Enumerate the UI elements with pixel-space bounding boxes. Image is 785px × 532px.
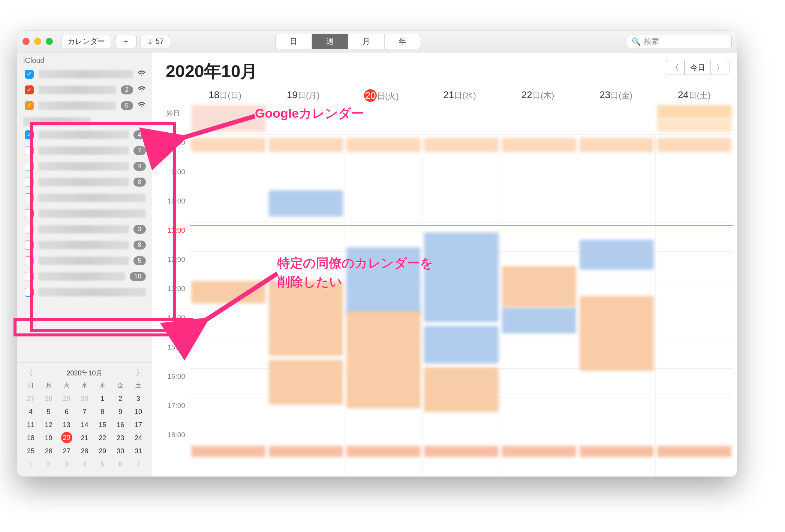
minical-day[interactable]: 14 (76, 419, 94, 431)
calendar-row[interactable] (17, 190, 152, 206)
event-block[interactable] (424, 232, 498, 322)
close-icon[interactable] (22, 38, 30, 45)
day-header[interactable]: 22日(木) (499, 89, 577, 102)
day-header[interactable]: 19日(月) (264, 89, 343, 102)
minical-day[interactable]: 8 (93, 406, 111, 418)
minical-day[interactable]: 6 (58, 406, 76, 418)
calendar-checkbox[interactable] (25, 178, 34, 187)
event-block[interactable] (346, 311, 421, 408)
minical-day[interactable]: 7 (129, 458, 147, 471)
day-header[interactable]: 24日(土) (655, 89, 733, 102)
event-block[interactable] (580, 240, 654, 270)
minical-day[interactable]: 3 (129, 393, 147, 405)
event-block[interactable] (580, 138, 654, 152)
calendar-row[interactable] (17, 206, 152, 221)
minical-day[interactable]: 26 (40, 445, 58, 457)
minical-day[interactable]: 9 (111, 406, 129, 418)
calendar-checkbox[interactable] (25, 85, 34, 94)
calendar-row[interactable]: 4 (17, 158, 152, 174)
event-block[interactable] (424, 446, 498, 457)
event-block[interactable] (346, 138, 421, 152)
schedule-grid[interactable] (190, 105, 733, 477)
minimize-icon[interactable] (34, 38, 41, 45)
minical-day[interactable]: 17 (129, 419, 147, 431)
calendar-row[interactable]: 3 (17, 221, 152, 237)
calendar-row[interactable] (17, 284, 152, 300)
calendar-checkbox[interactable] (25, 241, 34, 250)
day-header[interactable]: 21日(水) (421, 89, 499, 102)
calendar-row[interactable]: 7 (17, 143, 152, 158)
calendar-checkbox[interactable] (25, 193, 34, 202)
event-block[interactable] (269, 281, 343, 356)
event-block[interactable] (191, 105, 266, 132)
minical-day[interactable]: 7 (76, 406, 94, 418)
minical-day[interactable]: 15 (93, 419, 111, 431)
calendar-row[interactable]: 10 (17, 269, 152, 284)
minical-prev-button[interactable]: 〈 (25, 368, 33, 378)
event-block[interactable] (657, 118, 732, 132)
inbox-button[interactable]: ⤓ 57 (141, 35, 170, 48)
minical-day[interactable]: 27 (58, 445, 76, 457)
event-block[interactable] (191, 281, 265, 303)
day-header[interactable]: 23日(金) (577, 89, 655, 102)
calendar-checkbox[interactable] (25, 101, 34, 110)
calendar-row[interactable]: 4 (17, 127, 152, 143)
minical-day[interactable]: 13 (58, 419, 76, 431)
event-block[interactable] (191, 446, 265, 457)
minical-day[interactable]: 23 (111, 432, 129, 444)
event-block[interactable] (191, 138, 265, 152)
view-week-button[interactable]: 週 (312, 34, 348, 49)
calendar-row[interactable]: 5 (17, 98, 152, 114)
minical-day[interactable]: 30 (76, 393, 94, 405)
minical-day[interactable]: 16 (111, 419, 129, 431)
minical-day[interactable]: 29 (58, 393, 76, 405)
minical-day[interactable]: 10 (129, 406, 147, 418)
event-block[interactable] (346, 247, 421, 315)
add-event-button[interactable]: ＋ (115, 35, 137, 48)
calendar-checkbox[interactable] (25, 162, 34, 171)
minical-day[interactable]: 24 (129, 432, 147, 444)
zoom-icon[interactable] (46, 38, 53, 45)
minical-day[interactable]: 30 (111, 445, 129, 457)
event-block[interactable] (346, 446, 421, 457)
event-block[interactable] (269, 360, 343, 405)
minical-day[interactable]: 2 (40, 458, 58, 471)
search-input[interactable]: 🔍 検索 (627, 35, 732, 48)
calendar-row[interactable]: 8 (17, 237, 152, 253)
calendar-checkbox[interactable] (25, 272, 34, 281)
minical-day[interactable]: 4 (22, 406, 40, 418)
minical-day[interactable]: 2 (111, 393, 129, 405)
day-header[interactable]: 20日(火) (342, 89, 421, 102)
event-block[interactable] (502, 138, 576, 152)
event-block[interactable] (502, 307, 576, 333)
event-block[interactable] (580, 296, 654, 371)
event-block[interactable] (269, 138, 343, 152)
minical-day[interactable]: 28 (40, 393, 58, 405)
minical-day[interactable]: 12 (40, 419, 58, 431)
event-block[interactable] (657, 446, 731, 457)
minical-day[interactable]: 5 (40, 406, 58, 418)
event-block[interactable] (657, 105, 732, 118)
event-block[interactable] (424, 326, 498, 363)
minical-day[interactable]: 28 (76, 445, 94, 457)
event-block[interactable] (269, 190, 343, 217)
calendar-checkbox[interactable] (25, 256, 34, 265)
minical-day[interactable]: 4 (76, 458, 94, 471)
calendar-row[interactable]: 2 (17, 82, 152, 98)
calendar-checkbox[interactable] (25, 146, 34, 155)
calendar-checkbox[interactable] (25, 225, 34, 234)
event-block[interactable] (269, 446, 343, 457)
event-block[interactable] (657, 138, 731, 152)
event-block[interactable] (424, 367, 498, 412)
event-block[interactable] (502, 266, 576, 307)
view-year-button[interactable]: 年 (385, 34, 421, 49)
calendar-checkbox[interactable] (25, 130, 34, 139)
minical-day[interactable]: 25 (22, 445, 40, 457)
minical-day[interactable]: 18 (22, 432, 40, 444)
minical-day[interactable]: 22 (93, 432, 111, 444)
calendar-row[interactable]: 5 (17, 253, 152, 269)
minical-day[interactable]: 5 (93, 458, 111, 471)
event-block[interactable] (424, 138, 498, 152)
minical-day[interactable]: 1 (22, 458, 40, 471)
minical-day[interactable]: 20 (61, 432, 72, 443)
